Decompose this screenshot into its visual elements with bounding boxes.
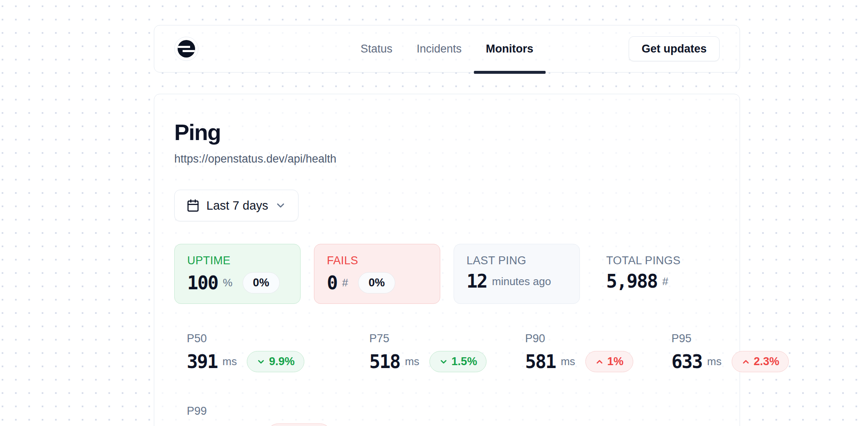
percentile-label: P50 (187, 332, 331, 345)
monitor-detail-card: Ping https://openstatus.dev/api/health L… (154, 94, 740, 426)
tab-incidents[interactable]: Incidents (404, 25, 474, 72)
stat-label: FAILS (327, 254, 427, 267)
stat-card-last-ping: LAST PING 12 minutes ago (454, 244, 580, 304)
stat-suffix: # (662, 275, 668, 288)
percentile-label: P90 (525, 332, 633, 345)
monitor-title: Ping (174, 121, 720, 143)
percentile-unit: ms (222, 355, 237, 368)
status-page: Status Incidents Monitors Get updates Pi… (0, 0, 868, 426)
stat-label: TOTAL PINGS (606, 254, 707, 267)
openstatus-logo[interactable] (174, 37, 198, 61)
top-nav-bar: Status Incidents Monitors Get updates (154, 25, 740, 73)
openstatus-logo-icon (178, 40, 195, 58)
stat-card-total-pings: TOTAL PINGS 5,988 # (593, 244, 720, 304)
trend-badge: 39.9% (267, 423, 331, 426)
percentile-unit: ms (405, 355, 419, 368)
stat-value: 12 (467, 272, 487, 291)
percentiles-grid: P50 391 ms 9.9% P75 (174, 322, 720, 426)
stat-delta-badge: 0% (243, 272, 280, 293)
calendar-icon (186, 199, 200, 212)
nav-tabs: Status Incidents Monitors (349, 25, 546, 72)
trend-down-icon (256, 357, 266, 366)
trend-badge: 9.9% (247, 351, 304, 372)
get-updates-button[interactable]: Get updates (629, 36, 720, 61)
percentile-label: P95 (672, 332, 789, 345)
percentile-label: P99 (187, 405, 331, 418)
percentile-p90: P90 581 ms 1% (512, 322, 645, 382)
stat-label: UPTIME (187, 254, 288, 267)
stat-card-uptime: UPTIME 100 % 0% (174, 244, 301, 304)
trend-badge: 1.5% (429, 351, 487, 372)
stat-suffix: % (223, 276, 232, 289)
stat-label: LAST PING (467, 254, 567, 267)
percentile-p50: P50 391 ms 9.9% (174, 322, 344, 382)
stat-card-fails: FAILS 0 # 0% (314, 244, 440, 304)
percentile-p75: P75 518 ms 1.5% (357, 322, 499, 382)
percentile-unit: ms (707, 355, 722, 368)
date-range-select[interactable]: Last 7 days (174, 190, 299, 221)
percentile-value: 633 (672, 353, 702, 371)
trend-up-icon (595, 357, 604, 366)
stat-suffix: minutes ago (492, 275, 551, 288)
tab-monitors[interactable]: Monitors (474, 25, 545, 72)
percentile-value: 518 (369, 353, 400, 371)
trend-up-icon (741, 357, 750, 366)
monitor-url: https://openstatus.dev/api/health (174, 153, 720, 165)
percentile-value: 581 (525, 353, 555, 371)
stat-value: 100 (187, 274, 218, 292)
tab-status[interactable]: Status (349, 25, 405, 72)
date-range-value: Last 7 days (206, 199, 268, 213)
chevron-down-icon (275, 200, 286, 211)
trend-down-icon (439, 357, 448, 366)
stat-value: 5,988 (606, 272, 657, 291)
stat-delta-badge: 0% (358, 272, 395, 293)
trend-badge: 1% (585, 351, 633, 372)
percentile-unit: ms (561, 355, 575, 368)
trend-badge: 2.3% (732, 351, 789, 372)
percentile-value: 391 (187, 353, 217, 371)
stats-grid: UPTIME 100 % 0% FAILS 0 # 0% LAST PING (174, 244, 720, 304)
percentile-p99: P99 1,073 ms 39.9% (174, 395, 344, 426)
stat-value: 0 (327, 274, 337, 292)
stat-suffix: # (342, 276, 348, 289)
percentile-label: P75 (369, 332, 487, 345)
percentile-p95: P95 633 ms 2.3% (659, 322, 802, 382)
